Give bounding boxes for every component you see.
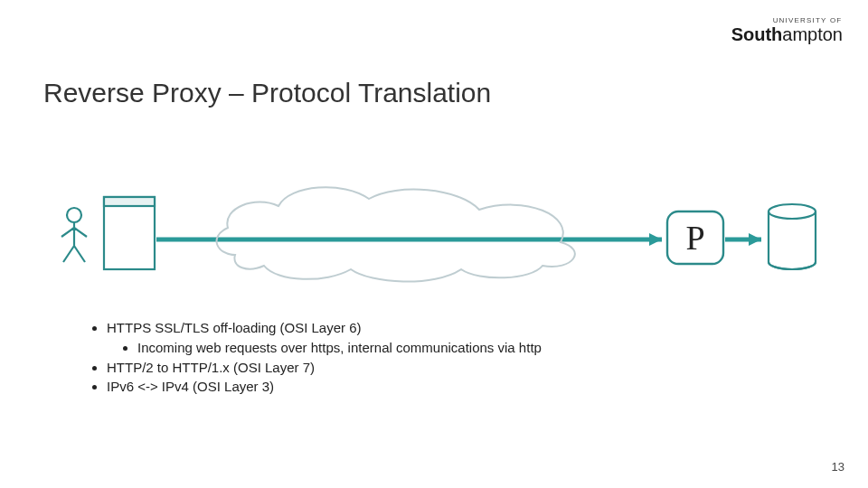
logo-small-text: UNIVERSITY OF (773, 16, 843, 24)
arrow-head-2 (749, 233, 761, 246)
logo-main-text: Southampton (731, 24, 843, 45)
logo-bold: South (731, 24, 783, 44)
cloud-icon (217, 187, 575, 281)
arrow-head-1 (649, 233, 662, 246)
svg-point-0 (67, 208, 81, 222)
svg-point-3 (769, 204, 816, 219)
page-number: 13 (832, 460, 844, 474)
bullet-3: IPv6 <-> IPv4 (OSI Layer 3) (107, 377, 542, 397)
server-cylinder-icon (769, 204, 816, 269)
proxy-diagram: P (54, 172, 814, 289)
bullet-3-text: IPv6 <-> IPv4 (OSI Layer 3) (107, 379, 274, 394)
svg-rect-1 (104, 197, 155, 269)
logo-rest: ampton (782, 24, 843, 44)
bullet-2: HTTP/2 to HTTP/1.x (OSI Layer 7) (107, 358, 542, 378)
bullet-1-text: HTTPS SSL/TLS off-loading (OSI Layer 6) (107, 320, 362, 335)
slide-title: Reverse Proxy – Protocol Translation (43, 78, 491, 108)
proxy-label: P (685, 219, 704, 257)
svg-rect-2 (104, 197, 155, 206)
bullet-2-text: HTTP/2 to HTTP/1.x (OSI Layer 7) (107, 360, 315, 375)
user-icon (61, 208, 87, 262)
client-device-icon (104, 197, 155, 269)
bullet-1: HTTPS SSL/TLS off-loading (OSI Layer 6) … (107, 318, 542, 358)
bullet-1a-text: Incoming web requests over https, intern… (137, 340, 542, 355)
university-logo: UNIVERSITY OF Southampton (731, 16, 843, 45)
bullet-1a: Incoming web requests over https, intern… (137, 338, 542, 358)
bullet-list: HTTPS SSL/TLS off-loading (OSI Layer 6) … (90, 318, 542, 397)
